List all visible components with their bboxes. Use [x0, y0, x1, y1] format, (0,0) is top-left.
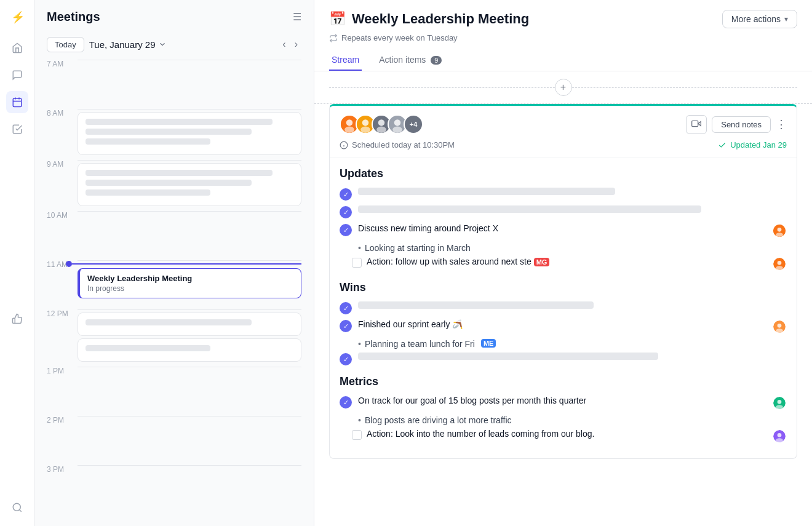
bullet-text: Looking at starting in March: [365, 243, 471, 253]
sidebar-item-home[interactable]: [6, 37, 28, 59]
card-more-button[interactable]: ⋮: [776, 118, 787, 131]
section-title-metrics: Metrics: [340, 375, 787, 388]
svg-point-13: [360, 127, 370, 133]
send-notes-button[interactable]: Send notes: [712, 116, 771, 133]
more-actions-label: More actions: [731, 14, 781, 24]
list-item: [340, 353, 787, 365]
time-content: [78, 60, 301, 65]
sidebar-item-feedback[interactable]: [6, 308, 28, 330]
updated-info: Updated Jan 29: [718, 140, 787, 149]
date-selector[interactable]: Tue, January 29: [89, 39, 167, 50]
svg-point-18: [394, 119, 401, 126]
list-item: [340, 205, 787, 218]
placeholder-text: [358, 301, 594, 309]
svg-point-12: [362, 119, 369, 126]
next-day-button[interactable]: ›: [291, 36, 301, 52]
menu-icon[interactable]: ☰: [293, 11, 301, 23]
svg-point-32: [778, 324, 782, 328]
placeholder-line: [86, 180, 252, 186]
left-header-actions: ☰: [293, 11, 301, 23]
sidebar: ⚡: [0, 0, 34, 526]
action-text: Action: follow up with sales around next…: [367, 257, 771, 266]
action-checkbox[interactable]: [352, 258, 362, 268]
time-content: [78, 160, 301, 211]
svg-point-10: [344, 127, 354, 133]
item-avatar: [772, 429, 787, 444]
time-content: [78, 416, 301, 421]
chevron-down-icon: ▾: [784, 15, 788, 23]
nav-arrows: ‹ ›: [279, 36, 301, 52]
avatar-more: +4: [404, 114, 423, 134]
left-header: Meetings ☰: [34, 0, 314, 31]
time-label: 7 AM: [47, 60, 78, 68]
time-label: 8 AM: [47, 109, 78, 118]
time-label: 2 PM: [47, 416, 78, 424]
add-button[interactable]: +: [555, 79, 572, 96]
app-logo: ⚡: [7, 7, 27, 27]
check-circle: [340, 188, 352, 201]
sidebar-item-chat[interactable]: [6, 64, 28, 86]
item-avatar: [772, 257, 787, 271]
updated-text: Updated Jan 29: [730, 140, 787, 149]
placeholder-line: [86, 189, 210, 196]
action-text: Action: Look into the number of leads co…: [367, 429, 771, 439]
svg-marker-20: [698, 121, 701, 126]
event-placeholder-card[interactable]: [78, 338, 301, 362]
event-placeholder-card[interactable]: [78, 313, 301, 336]
time-slot-2pm: 2 PM: [47, 416, 301, 465]
time-content: [78, 367, 301, 372]
add-section: +: [314, 71, 812, 104]
scheduled-info: Scheduled today at 10:30PM: [340, 140, 455, 149]
attendees-avatars: +4: [340, 114, 423, 134]
meeting-content: + +: [314, 71, 812, 526]
svg-point-39: [776, 438, 783, 442]
meeting-title: Weekly Leadership Meeting: [352, 11, 529, 27]
bullet-text: Planning a team lunch for Fri: [365, 339, 475, 349]
bullet-item: Blog posts are driving a lot more traffi…: [358, 415, 787, 425]
more-actions-button[interactable]: More actions ▾: [722, 10, 797, 28]
tab-action-items[interactable]: Action items 9: [376, 50, 444, 71]
divider-line: [329, 87, 555, 88]
list-item: [340, 188, 787, 201]
placeholder-text: [358, 188, 615, 195]
sidebar-item-tasks[interactable]: [6, 118, 28, 140]
time-content: [78, 211, 301, 217]
placeholder-text: [358, 353, 658, 360]
event-placeholder-card[interactable]: [78, 163, 301, 206]
sidebar-item-search[interactable]: [6, 496, 28, 519]
event-subtitle: In progress: [87, 284, 293, 293]
current-time-dot: [66, 261, 72, 267]
list-item: Finished our sprint early 🪃: [340, 319, 787, 334]
time-slot-7am: 7 AM: [47, 60, 301, 109]
weekly-meeting-event[interactable]: Weekly Leadership Meeting In progress: [78, 268, 301, 298]
svg-point-27: [776, 233, 783, 237]
prev-day-button[interactable]: ‹: [279, 36, 289, 52]
svg-point-30: [776, 266, 783, 270]
card-meta: Scheduled today at 10:30PM Updated Jan 2…: [330, 140, 797, 157]
divider-line: [572, 87, 798, 88]
meeting-header: 📅 Weekly Leadership Meeting More actions…: [314, 0, 812, 71]
event-placeholder-card[interactable]: [78, 112, 301, 155]
action-item: Action: Look into the number of leads co…: [352, 429, 787, 444]
tab-stream[interactable]: Stream: [329, 50, 362, 71]
time-slot-8am: 8 AM: [47, 109, 301, 160]
sidebar-item-calendar[interactable]: [6, 91, 28, 113]
time-content: [78, 309, 301, 367]
bullet-text: Blog posts are driving a lot more traffi…: [365, 415, 512, 425]
svg-point-33: [776, 329, 783, 333]
video-button[interactable]: [686, 115, 707, 134]
placeholder-line: [86, 170, 273, 176]
item-avatar: [772, 396, 787, 410]
list-item: [340, 301, 787, 314]
placeholder-text: [358, 205, 701, 213]
list-item: Discuss new timing around Project X: [340, 223, 787, 238]
time-content: Weekly Leadership Meeting In progress: [78, 260, 301, 303]
check-circle: [340, 320, 352, 332]
today-button[interactable]: Today: [47, 37, 84, 52]
time-label: 10 AM: [47, 211, 78, 220]
svg-point-19: [392, 127, 402, 133]
check-circle: [340, 353, 352, 365]
info-icon: [340, 141, 348, 149]
section-title-updates: Updates: [340, 167, 787, 180]
action-checkbox[interactable]: [352, 430, 362, 440]
